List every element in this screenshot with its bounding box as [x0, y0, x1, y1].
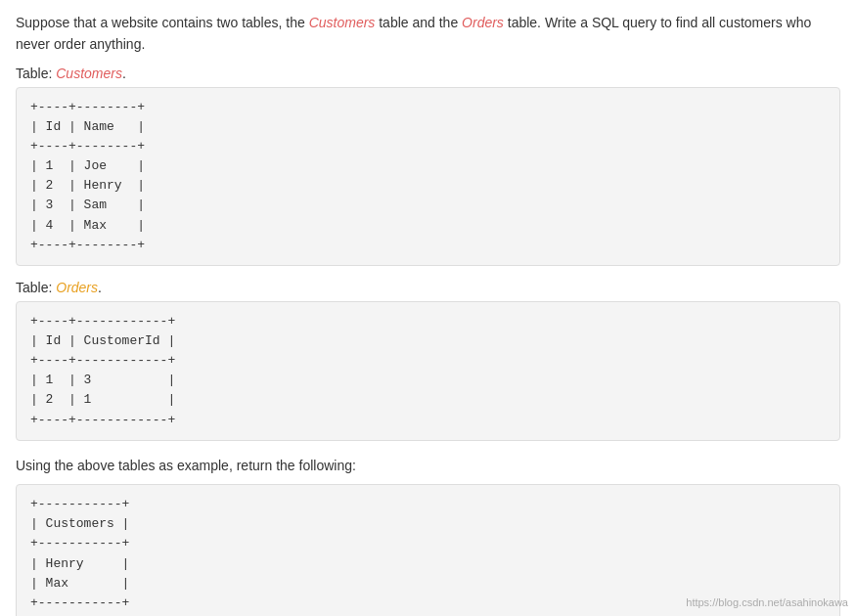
using-text: Using the above tables as example, retur…	[16, 455, 840, 476]
intro-paragraph: Suppose that a website contains two tabl…	[16, 12, 840, 56]
orders-table-name: Orders	[56, 280, 98, 295]
orders-keyword: Orders	[462, 15, 504, 30]
intro-text-before: Suppose that a website contains two tabl…	[16, 15, 309, 30]
orders-label-suffix: .	[98, 280, 102, 295]
customers-table-label: Table: Customers.	[16, 66, 840, 81]
customers-code-block: +----+--------+ | Id | Name | +----+----…	[16, 87, 840, 266]
customers-section: Table: Customers. +----+--------+ | Id |…	[16, 66, 840, 266]
customers-table-name: Customers	[56, 66, 122, 81]
customers-label-prefix: Table:	[16, 66, 56, 81]
orders-label-prefix: Table:	[16, 280, 56, 295]
customers-label-suffix: .	[122, 66, 126, 81]
customers-keyword: Customers	[309, 15, 376, 30]
orders-code-block: +----+------------+ | Id | CustomerId | …	[16, 301, 840, 441]
orders-section: Table: Orders. +----+------------+ | Id …	[16, 280, 840, 441]
result-section: Using the above tables as example, retur…	[16, 455, 840, 616]
watermark: https://blog.csdn.net/asahinokawa	[686, 596, 848, 608]
orders-table-label: Table: Orders.	[16, 280, 840, 295]
intro-text-middle: table and the	[375, 15, 462, 30]
